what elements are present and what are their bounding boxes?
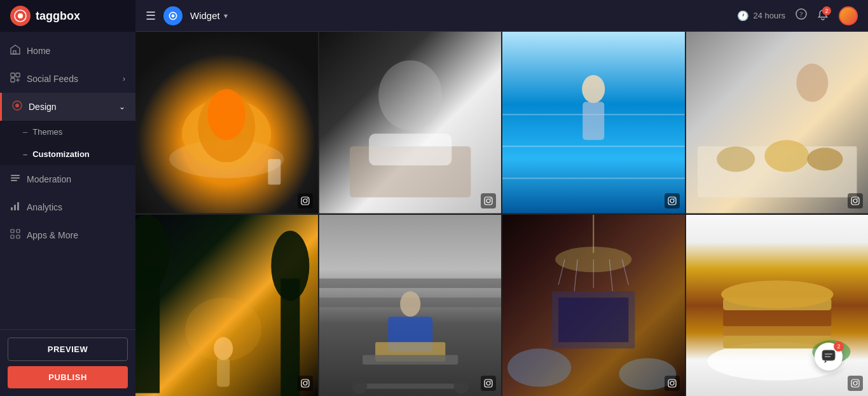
svg-point-38 xyxy=(486,199,490,203)
svg-rect-76 xyxy=(356,383,464,388)
svg-rect-79 xyxy=(485,379,492,387)
svg-point-62 xyxy=(271,231,309,301)
image-grid xyxy=(135,32,868,396)
notification-bell[interactable]: 2 xyxy=(817,9,829,23)
notification-count: 2 xyxy=(822,6,831,15)
svg-rect-2 xyxy=(13,51,16,54)
svg-point-1 xyxy=(18,13,23,18)
svg-point-81 xyxy=(490,381,492,382)
sidebar-item-moderation[interactable]: Moderation xyxy=(0,165,135,193)
svg-point-21 xyxy=(172,14,175,17)
svg-point-95 xyxy=(670,381,674,385)
grid-cell-3[interactable] xyxy=(502,32,685,214)
hamburger-icon[interactable]: ☰ xyxy=(146,9,156,23)
grid-cell-5[interactable] xyxy=(135,215,318,397)
svg-text:?: ? xyxy=(800,10,803,18)
svg-rect-14 xyxy=(14,205,16,210)
widget-icon xyxy=(163,6,183,25)
svg-point-78 xyxy=(453,378,469,393)
instagram-badge-2 xyxy=(481,193,496,208)
sidebar-item-apps-more[interactable]: Apps & More xyxy=(0,221,135,249)
sidebar-label-customization: Customization xyxy=(32,149,90,159)
grid-cell-6[interactable] xyxy=(319,215,502,397)
svg-rect-3 xyxy=(11,73,15,77)
sidebar-nav: Home Social Feeds › xyxy=(0,32,135,329)
social-feeds-icon xyxy=(10,72,20,85)
customization-dash: – xyxy=(23,149,27,159)
sidebar-label-apps-more: Apps & More xyxy=(27,230,78,240)
grid-cell-7[interactable] xyxy=(502,215,685,397)
sidebar-item-social-feeds[interactable]: Social Feeds › xyxy=(0,65,135,93)
logo-icon xyxy=(10,6,31,26)
svg-rect-93 xyxy=(558,297,628,342)
svg-rect-16 xyxy=(11,229,14,233)
svg-rect-100 xyxy=(723,310,831,326)
svg-rect-45 xyxy=(582,102,604,140)
sidebar-item-themes[interactable]: – Themes xyxy=(0,121,135,143)
svg-rect-11 xyxy=(11,177,20,179)
design-chevron: ⌄ xyxy=(119,102,125,111)
svg-point-28 xyxy=(207,89,245,140)
instagram-badge-5 xyxy=(298,376,313,391)
sidebar: taggbox Home S xyxy=(0,0,135,396)
chat-bubble[interactable]: 2 xyxy=(815,343,843,371)
svg-rect-64 xyxy=(217,358,230,386)
svg-rect-17 xyxy=(17,229,20,233)
instagram-badge-4 xyxy=(848,193,863,208)
sidebar-label-social-feeds: Social Feeds xyxy=(27,74,78,84)
user-avatar[interactable] xyxy=(839,6,858,25)
svg-point-32 xyxy=(307,198,308,199)
svg-point-65 xyxy=(185,297,261,361)
svg-point-96 xyxy=(673,381,675,382)
svg-rect-101 xyxy=(723,326,831,336)
sidebar-item-design[interactable]: Design ⌄ xyxy=(0,93,135,121)
svg-rect-94 xyxy=(668,379,676,387)
instagram-badge-1 xyxy=(298,193,313,208)
svg-point-80 xyxy=(486,381,490,385)
grid-cell-2[interactable] xyxy=(319,32,502,214)
svg-point-31 xyxy=(303,199,307,203)
svg-rect-10 xyxy=(11,175,20,176)
widget-label[interactable]: Widget ▾ xyxy=(190,10,228,21)
svg-rect-70 xyxy=(319,278,502,288)
widget-chevron: ▾ xyxy=(224,11,228,20)
svg-point-53 xyxy=(807,147,843,170)
sidebar-label-moderation: Moderation xyxy=(27,174,71,184)
preview-button[interactable]: PREVIEW xyxy=(8,338,128,361)
themes-dash: – xyxy=(23,127,27,137)
svg-rect-37 xyxy=(485,197,492,205)
logo-text: taggbox xyxy=(36,10,80,23)
svg-point-67 xyxy=(303,381,307,385)
grid-cell-4[interactable] xyxy=(686,32,869,214)
time-selector[interactable]: 🕐 24 hours xyxy=(737,10,785,22)
svg-rect-4 xyxy=(16,73,20,77)
sidebar-item-analytics[interactable]: Analytics xyxy=(0,193,135,221)
svg-point-9 xyxy=(15,104,19,107)
grid-cell-1[interactable] xyxy=(135,32,318,214)
svg-point-90 xyxy=(507,348,571,386)
sidebar-label-design: Design xyxy=(29,102,57,112)
svg-rect-55 xyxy=(851,197,859,205)
sidebar-label-themes: Themes xyxy=(32,127,62,137)
sidebar-item-home[interactable]: Home xyxy=(0,37,135,65)
svg-point-72 xyxy=(400,291,420,317)
apps-more-icon xyxy=(10,229,20,242)
analytics-icon xyxy=(10,201,20,214)
sidebar-logo: taggbox xyxy=(0,0,135,32)
svg-rect-13 xyxy=(11,207,13,210)
publish-button[interactable]: PUBLISH xyxy=(8,366,128,388)
instagram-badge-7 xyxy=(665,376,680,391)
svg-rect-108 xyxy=(822,350,835,360)
svg-point-56 xyxy=(853,199,857,203)
svg-rect-15 xyxy=(17,202,19,210)
svg-rect-5 xyxy=(11,78,15,82)
svg-rect-75 xyxy=(362,355,458,364)
help-icon[interactable]: ? xyxy=(796,8,807,23)
svg-point-39 xyxy=(490,198,492,199)
topbar-right: 🕐 24 hours ? 2 xyxy=(737,6,858,25)
sidebar-item-customization[interactable]: – Customization xyxy=(0,143,135,165)
instagram-badge-3 xyxy=(665,193,680,208)
sidebar-label-analytics: Analytics xyxy=(27,202,62,212)
svg-point-103 xyxy=(721,280,833,308)
svg-rect-12 xyxy=(11,180,17,181)
